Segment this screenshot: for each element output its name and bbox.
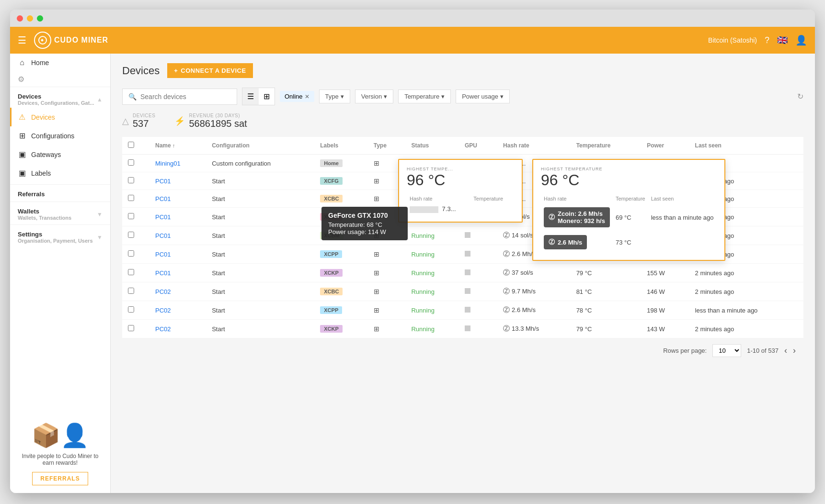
row-config-5: Start [206, 245, 314, 264]
row-cb-1[interactable] [128, 177, 134, 183]
hashrate-icon-6: Ⓩ [503, 269, 510, 276]
row-gpu-9 [459, 320, 497, 338]
row-labels-5: XCPP [314, 245, 367, 264]
select-all-checkbox[interactable] [128, 142, 134, 148]
row-temp-6: 79 °C [571, 264, 642, 282]
logo-icon [34, 32, 51, 49]
filter-online-remove[interactable]: ✕ [305, 93, 309, 100]
filter-type-button[interactable]: Type ▾ [319, 90, 350, 103]
refresh-button[interactable]: ↻ [797, 92, 803, 101]
close-button[interactable] [17, 15, 23, 22]
row-gpu-8 [459, 301, 497, 320]
referrals-button[interactable]: REFERRALS [32, 472, 88, 485]
collapse-icon[interactable]: ▲ [97, 96, 103, 103]
row-gpu-7 [459, 282, 497, 301]
row-cb-8[interactable] [128, 306, 134, 313]
oc-right-row1: Ⓩ Zcoin: 2.6 Mh/sMonero: 932 h/s 69 °C l… [541, 203, 717, 231]
row-cb-3[interactable] [128, 213, 134, 219]
table-header-row: Name ↑ Configuration Labels Type Status … [122, 137, 803, 155]
row-name-6[interactable]: PC01 [149, 264, 206, 282]
language-icon[interactable]: 🇬🇧 [777, 35, 788, 45]
overlay-card-left: HIGHEST TEMPE... 96 °C Hash rate Tempera… [398, 159, 523, 223]
sidebar-item-gateways[interactable]: ▣ Gateways [10, 145, 110, 164]
row-cb-6[interactable] [128, 269, 134, 275]
row-checkbox-3 [122, 208, 149, 226]
home-icon: ⌂ [18, 58, 26, 67]
os-icon-5: ⊞ [374, 250, 379, 258]
plus-icon: + [174, 67, 178, 74]
row-name-2[interactable]: PC01 [149, 190, 206, 208]
filter-temperature-button[interactable]: Temperature ▾ [398, 90, 451, 103]
tooltip-gpu-title: GeForce GTX 1070 [328, 212, 401, 219]
row-cb-4[interactable] [128, 232, 134, 238]
row-name-7[interactable]: PC02 [149, 282, 206, 301]
devices-warning-icon: ⚠ [18, 112, 26, 122]
row-hashrate-9: Ⓩ13.3 Mh/s [497, 320, 571, 338]
top-nav: ☰ CUDO MINER Bitcoin (Satoshi) ? 🇬🇧 👤 [10, 27, 815, 54]
filter-power-button[interactable]: Power usage ▾ [456, 90, 510, 103]
sidebar-group-referrals: Referrals [10, 187, 110, 200]
maximize-button[interactable] [37, 15, 43, 22]
row-labels-9: XCKP [314, 320, 367, 338]
next-page-button[interactable]: › [793, 346, 796, 356]
filters-row: 🔍 ☰ ⊞ Online ✕ Type ▾ [122, 88, 803, 105]
row-name-8[interactable]: PC02 [149, 301, 206, 320]
zcoin2-icon: Ⓩ [549, 238, 555, 246]
sidebar: ⌂ Home ⚙ Devices Devices, Configurations… [10, 54, 111, 493]
help-icon[interactable]: ? [765, 35, 769, 45]
row-config-2: Start [206, 190, 314, 208]
row-lastseen-8: less than a minute ago [689, 301, 803, 320]
row-checkbox-0 [122, 155, 149, 172]
row-config-4: Start [206, 226, 314, 245]
sidebar-item-labels-label: Labels [31, 169, 51, 177]
row-name-9[interactable]: PC02 [149, 320, 206, 338]
row-name-5[interactable]: PC01 [149, 245, 206, 264]
prev-page-button[interactable]: ‹ [784, 346, 787, 356]
account-icon[interactable]: 👤 [795, 34, 807, 46]
hamburger-menu[interactable]: ☰ [18, 34, 26, 46]
stat-devices-value: 537 [133, 118, 155, 129]
row-name-0[interactable]: Mining01 [149, 155, 206, 172]
row-lastseen-9: 2 minutes ago [689, 320, 803, 338]
row-status-7: Running [405, 282, 459, 301]
minimize-button[interactable] [27, 15, 33, 22]
row-cb-5[interactable] [128, 250, 134, 257]
oc-chip2: Ⓩ 2.6 Mh/s [544, 235, 587, 249]
name-sort-icon[interactable]: ↑ [172, 143, 175, 148]
row-cb-7[interactable] [128, 288, 134, 294]
sidebar-item-home[interactable]: ⌂ Home [10, 54, 110, 72]
oc-left-hash: 7.3... [407, 203, 470, 215]
overlay-left-table: Hash rate Temperature 7.3... [407, 194, 514, 215]
sidebar-item-gear[interactable]: ⚙ [18, 75, 24, 84]
row-cb-2[interactable] [128, 195, 134, 201]
sidebar-item-configurations[interactable]: ⊞ Configurations [10, 126, 110, 145]
row-cb-9[interactable] [128, 325, 134, 331]
chip1-text: Zcoin: 2.6 Mh/sMonero: 932 h/s [558, 210, 605, 224]
grid-view-button[interactable]: ⊞ [259, 88, 275, 105]
row-name-1[interactable]: PC01 [149, 172, 206, 190]
row-status-8: Running [405, 301, 459, 320]
os-icon-1: ⊞ [374, 177, 379, 185]
sidebar-item-labels[interactable]: ▣ Labels [10, 164, 110, 182]
sidebar-item-devices[interactable]: ⚠ Devices [10, 108, 110, 126]
filter-version-button[interactable]: Version ▾ [355, 90, 393, 103]
connect-device-button[interactable]: + CONNECT A DEVICE [167, 63, 252, 78]
stat-revenue: ⚡ REVENUE (30 DAYS) 56861895 sat [174, 113, 247, 129]
oc-right-chip1: Ⓩ Zcoin: 2.6 Mh/sMonero: 932 h/s [541, 203, 613, 231]
sidebar-item-gateways-label: Gateways [31, 151, 61, 158]
search-input[interactable] [140, 93, 231, 101]
row-power-7: 146 W [641, 282, 689, 301]
row-cb-0[interactable] [128, 159, 134, 166]
sidebar-item-devices-label: Devices [31, 113, 55, 121]
list-view-button[interactable]: ☰ [242, 88, 259, 105]
row-name-3[interactable]: PC01 [149, 208, 206, 226]
row-name-4[interactable]: PC01 [149, 226, 206, 245]
settings-collapse-icon[interactable]: ▼ [97, 234, 103, 241]
stats-row: △ DEVICES 537 ⚡ REVENUE (30 DAYS) 568618… [122, 113, 803, 129]
filter-version-chevron: ▾ [384, 93, 387, 100]
sidebar-group-settings-sub: Organisation, Payment, Users [18, 238, 93, 244]
wallets-collapse-icon[interactable]: ▼ [97, 211, 103, 218]
row-checkbox-9 [122, 320, 149, 338]
rows-per-page-select[interactable]: 10 25 50 100 [712, 344, 741, 357]
row-status-9: Running [405, 320, 459, 338]
